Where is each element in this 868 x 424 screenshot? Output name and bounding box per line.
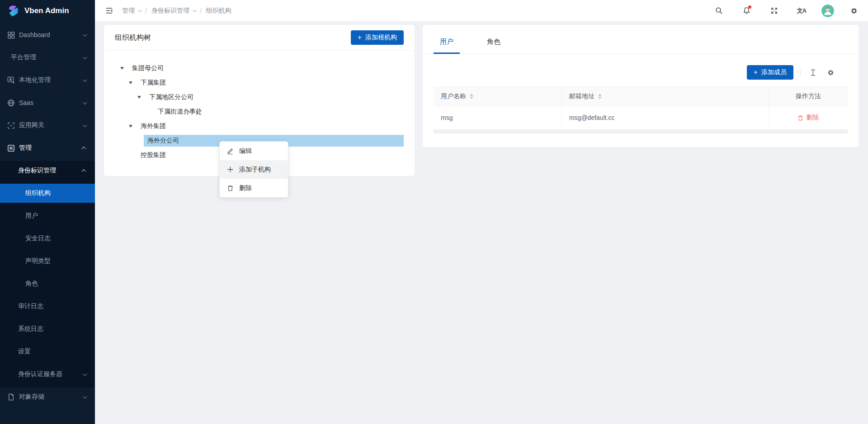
sidebar-item-label: 对象存储	[19, 393, 44, 401]
sidebar-item-label: 管理	[19, 144, 32, 152]
sidebar-item-label: 用户	[25, 212, 38, 220]
sidebar-item-settings[interactable]: 设置	[0, 342, 95, 361]
app-logo[interactable]: Vben Admin	[0, 0, 95, 22]
add-member-label: 添加成员	[761, 68, 787, 76]
cell-username: msg	[434, 106, 562, 129]
table-row: msg msg@default.cc 删除	[434, 106, 848, 130]
sidebar-item-label: 系统日志	[18, 325, 43, 333]
add-member-button[interactable]: + 添加成员	[747, 65, 793, 80]
cell-actions: 删除	[769, 106, 848, 129]
sidebar-item-dashboard[interactable]: Dashboard	[0, 25, 95, 44]
org-tree-card-header: 组织机构树 + 添加根机构	[104, 25, 415, 51]
translate-icon[interactable]: 文A	[794, 3, 809, 19]
breadcrumb-label: 管理	[122, 7, 135, 15]
tree-node-label: 控股集团	[139, 151, 168, 159]
chevron-down-icon	[83, 394, 87, 399]
tab-users[interactable]: 用户	[434, 38, 460, 54]
sidebar-item-app-gateway[interactable]: 应用网关	[0, 116, 95, 135]
sidebar-item-label: 身份认证服务器	[18, 370, 62, 378]
chevron-up-icon	[81, 146, 86, 151]
sidebar-item-claim-types[interactable]: 声明类型	[0, 252, 95, 271]
sidebar-item-platform-management[interactable]: 平台管理	[0, 48, 95, 67]
top-header: 管理 / 身份标识管理 / 组织机构	[95, 0, 868, 22]
breadcrumb: 管理 / 身份标识管理 / 组织机构	[122, 7, 231, 15]
tree-context-menu: 编辑 添加子机构 删除	[219, 141, 288, 198]
sidebar-item-label: 设置	[18, 348, 31, 356]
context-menu-item-delete[interactable]: 删除	[220, 179, 288, 197]
breadcrumb-item-current: 组织机构	[206, 7, 231, 15]
search-icon[interactable]	[711, 3, 726, 19]
chevron-down-icon	[83, 372, 87, 376]
localization-icon	[7, 76, 15, 84]
chevron-down-icon	[83, 100, 87, 105]
sidebar-item-object-storage[interactable]: 对象存储	[0, 387, 95, 406]
tree-node[interactable]: 集团母公司	[115, 62, 404, 74]
sidebar-item-identity-server[interactable]: 身份认证服务器	[0, 365, 95, 384]
plus-icon: +	[358, 34, 362, 41]
column-header-actions: 操作方法	[769, 87, 848, 105]
trash-icon	[797, 115, 803, 121]
tree-expand-icon[interactable]	[129, 81, 139, 84]
breadcrumb-separator: /	[200, 7, 202, 14]
column-label: 邮箱地址	[569, 92, 594, 100]
tree-node[interactable]: 下属地区分公司	[115, 91, 404, 103]
sidebar-item-management[interactable]: 管理	[0, 138, 95, 157]
sidebar-item-saas[interactable]: Saas	[0, 93, 95, 112]
delete-member-button[interactable]: 删除	[797, 114, 819, 122]
sidebar-item-label: 本地化管理	[19, 76, 51, 84]
context-menu-label: 添加子机构	[239, 166, 271, 174]
username-value: msg	[441, 114, 453, 121]
app-title: Vben Admin	[24, 6, 69, 15]
column-header-email[interactable]: 邮箱地址	[562, 87, 769, 105]
vben-logo-icon	[7, 5, 20, 17]
column-header-username[interactable]: 用户名称	[434, 87, 562, 105]
sidebar-item-localization[interactable]: 本地化管理	[0, 71, 95, 90]
breadcrumb-item[interactable]: 管理	[122, 7, 141, 15]
chevron-down-icon	[83, 32, 87, 37]
plus-icon	[227, 166, 234, 173]
tab-label: 用户	[440, 38, 453, 45]
sidebar-item-label: 身份标识管理	[18, 167, 56, 175]
delete-label: 删除	[806, 114, 819, 122]
header-actions: 文A	[711, 3, 862, 19]
tree-expand-icon[interactable]	[129, 125, 139, 128]
sidebar-item-security-logs[interactable]: 安全日志	[0, 229, 95, 248]
row-height-icon[interactable]	[807, 67, 818, 78]
sidebar-item-system-logs[interactable]: 系统日志	[0, 319, 95, 338]
dashboard-icon	[7, 31, 15, 39]
sidebar-item-label: 声明类型	[25, 257, 51, 265]
sidebar-item-label: 组织机构	[25, 189, 51, 197]
tree-node[interactable]: 下属集团	[115, 77, 404, 89]
gateway-icon	[7, 122, 15, 129]
fullscreen-icon[interactable]	[766, 3, 782, 19]
settings-gear-icon[interactable]	[846, 3, 862, 19]
members-table: 用户名称 邮箱地址 操作方法 msg msg@default.cc	[434, 87, 848, 130]
breadcrumb-item[interactable]: 身份标识管理	[151, 7, 195, 15]
sidebar-item-label: 平台管理	[11, 53, 36, 62]
cell-email: msg@default.cc	[562, 106, 769, 129]
tab-roles[interactable]: 角色	[481, 38, 507, 54]
sidebar-item-organization[interactable]: 组织机构	[0, 184, 95, 203]
sort-icon	[470, 94, 473, 99]
bell-icon[interactable]	[739, 3, 754, 19]
column-settings-gear-icon[interactable]	[825, 67, 836, 78]
breadcrumb-label: 身份标识管理	[151, 7, 189, 15]
add-root-org-button[interactable]: + 添加根机构	[351, 30, 404, 45]
sidebar-item-identity-management[interactable]: 身份标识管理	[0, 161, 95, 180]
chevron-down-icon	[83, 123, 87, 127]
menu-fold-icon[interactable]	[102, 4, 116, 18]
avatar[interactable]	[821, 5, 834, 17]
tree-node-label: 下属地区分公司	[147, 93, 195, 101]
sidebar-item-users[interactable]: 用户	[0, 206, 95, 225]
context-menu-item-add-child[interactable]: 添加子机构	[220, 160, 288, 179]
toolbar-divider	[800, 69, 801, 76]
tree-expand-icon[interactable]	[120, 67, 130, 70]
tree-node[interactable]: 下属街道办事处	[115, 106, 404, 118]
sidebar-item-roles[interactable]: 角色	[0, 274, 95, 293]
context-menu-item-edit[interactable]: 编辑	[220, 142, 288, 160]
management-submenu: 身份标识管理 组织机构 用户 安全日志 声明类型 角色 审计日志 系统日志	[0, 161, 95, 387]
tree-expand-icon[interactable]	[137, 96, 147, 99]
storage-icon	[7, 393, 15, 401]
sidebar-item-audit-logs[interactable]: 审计日志	[0, 297, 95, 316]
tree-node[interactable]: 海外集团	[115, 120, 404, 132]
